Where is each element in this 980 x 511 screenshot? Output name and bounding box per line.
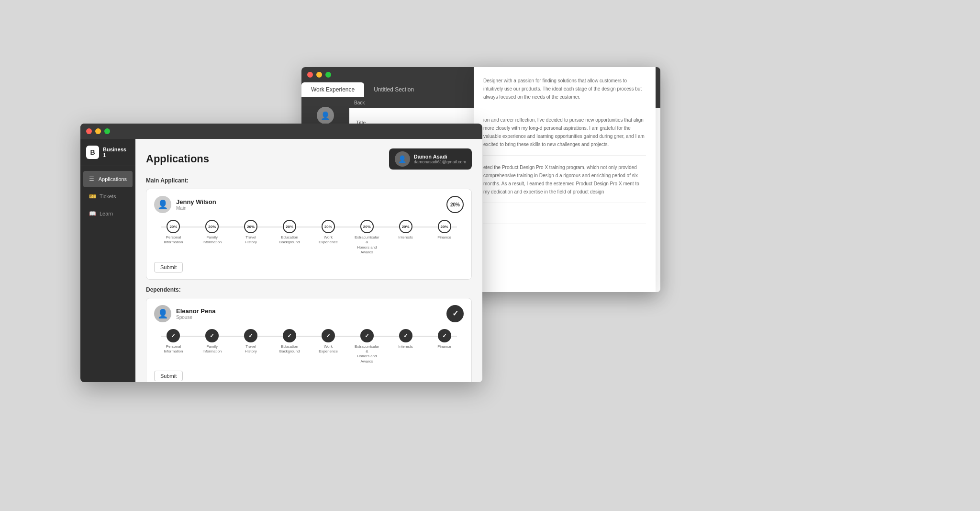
jenny-avatar: 👤 [154,196,171,213]
main-tl-red[interactable] [86,128,92,134]
sidebar-brand: B Business 1 [80,139,135,166]
step-travel-eleanor[interactable]: TravelHistory [232,329,270,354]
applicant-card-eleanor: 👤 Eleanor Pena Spouse ✓ PersonalInformat… [146,298,472,382]
learn-icon: 📖 [89,210,96,217]
step-circle-extra-eleanor [360,329,374,342]
tab-untitled[interactable]: Untitled Section [364,82,423,97]
step-circle-finance-jenny: 20% [438,220,451,233]
bg-doc-section-1: Designer with a passion for finding solu… [483,77,646,108]
step-circle-interests-jenny: 20% [399,220,412,233]
brand-icon: B [86,146,99,159]
step-label-personal-jenny: PersonalInformation [164,235,183,245]
step-personal-jenny[interactable]: 20% PersonalInformation [154,220,193,245]
step-label-finance-jenny: Finance [437,235,451,240]
user-badge: 👤 Damon Asadi damonasadi61@gmail.com [389,148,472,170]
user-avatar: 👤 [395,151,410,167]
step-label-work-eleanor: WorkExperience [319,344,338,354]
main-applicant-label: Main Applicant: [146,177,472,184]
step-circle-travel-jenny: 20% [244,220,257,233]
bg-doc-text-2: ion and career reflection, I've decided … [483,116,646,148]
content-inner: Applications 👤 Damon Asadi damonasadi61@… [135,139,482,382]
tl-green[interactable] [325,72,331,78]
step-extra-jenny[interactable]: 20% Extracurricular &Honors and Awards [347,220,386,255]
step-circle-personal-eleanor [167,329,180,342]
sidebar-label-applications: Applications [99,176,127,182]
bg-doc-text-1: Designer with a passion for finding solu… [483,77,646,101]
sidebar-item-applications[interactable]: ☰ Applications [83,171,133,187]
sidebar-item-learn[interactable]: 📖 Learn [83,205,133,222]
step-label-travel-eleanor: TravelHistory [245,344,257,354]
jenny-name: Jenny Wilson [176,198,216,205]
eleanor-badge: ✓ [446,305,464,322]
step-education-jenny[interactable]: 20% EducationBackground [270,220,309,245]
tab-work-experience[interactable]: Work Experience [301,82,364,97]
bg-doc-content: Designer with a passion for finding solu… [474,67,656,234]
submit-button-jenny[interactable]: Submit [154,262,183,273]
main-titlebar [80,124,482,139]
step-personal-eleanor[interactable]: PersonalInformation [154,329,193,354]
bg-doc-input-line [483,211,646,224]
step-label-education-eleanor: EducationBackground [279,344,300,354]
sidebar-label-tickets: Tickets [100,193,116,199]
step-label-finance-eleanor: Finance [437,344,451,349]
applications-icon: ☰ [89,176,95,182]
jenny-card-header: 👤 Jenny Wilson Main 20% [154,196,464,213]
step-label-extra-eleanor: Extracurricular &Honors and Awards [354,344,380,364]
dependents-label: Dependents: [146,286,472,293]
step-extra-eleanor[interactable]: Extracurricular &Honors and Awards [347,329,386,364]
submit-button-eleanor[interactable]: Submit [154,371,183,381]
step-finance-jenny[interactable]: 20% Finance [425,220,464,240]
step-interests-eleanor[interactable]: Interests [386,329,425,349]
step-circle-education-jenny: 20% [283,220,296,233]
step-work-jenny[interactable]: 20% WorkExperience [309,220,348,245]
step-label-interests-jenny: Interests [398,235,413,240]
step-travel-jenny[interactable]: 20% TravelHistory [232,220,270,245]
step-label-family-eleanor: FamilyInformation [202,344,222,354]
main-tl-green[interactable] [104,128,110,134]
jenny-steps: 20% PersonalInformation 20% FamilyInform… [154,220,464,255]
bg-doc-panel: Designer with a passion for finding solu… [474,67,656,292]
step-interests-jenny[interactable]: 20% Interests [386,220,425,240]
eleanor-avatar: 👤 [154,305,171,322]
step-circle-family-eleanor [205,329,219,342]
step-work-eleanor[interactable]: WorkExperience [309,329,348,354]
eleanor-role: Spouse [176,315,215,320]
eleanor-name: Eleanor Pena [176,307,215,315]
tl-red[interactable] [307,72,313,78]
step-circle-education-eleanor [283,329,296,342]
eleanor-info: Eleanor Pena Spouse [176,307,215,320]
step-circle-personal-jenny: 20% [167,220,180,233]
bg-doc-section-2: ion and career reflection, I've decided … [483,116,646,156]
bg-doc-text-3: eted the Product Design Pro X training p… [483,163,646,196]
sidebar-label-learn: Learn [100,211,113,216]
step-circle-extra-jenny: 20% [360,220,374,233]
main-content: Applications 👤 Damon Asadi damonasadi61@… [135,124,482,382]
user-name: Damon Asadi [414,154,466,159]
brand-name: Business 1 [103,147,130,158]
bg-doc-section-3: eted the Product Design Pro X training p… [483,163,646,203]
eleanor-card-header: 👤 Eleanor Pena Spouse ✓ [154,305,464,322]
step-circle-family-jenny: 20% [205,220,219,233]
sidebar-item-tickets[interactable]: 🎫 Tickets [83,188,133,204]
tl-yellow[interactable] [316,72,322,78]
step-finance-eleanor[interactable]: Finance [425,329,464,349]
step-family-eleanor[interactable]: FamilyInformation [193,329,232,354]
jenny-user: 👤 Jenny Wilson Main [154,196,216,213]
main-window: B Business 1 ☰ Applications 🎫 Tickets 📖 … [80,124,482,382]
step-family-jenny[interactable]: 20% FamilyInformation [193,220,232,245]
step-circle-finance-eleanor [438,329,451,342]
main-tl-yellow[interactable] [95,128,101,134]
jenny-badge: 20% [446,196,464,213]
step-label-travel-jenny: TravelHistory [245,235,257,245]
step-circle-work-jenny: 20% [322,220,335,233]
user-info: Damon Asadi damonasadi61@gmail.com [414,154,466,164]
jenny-role: Main [176,205,216,211]
sidebar-nav: ☰ Applications 🎫 Tickets 📖 Learn [80,166,135,382]
step-label-interests-eleanor: Interests [398,344,413,349]
step-circle-work-eleanor [322,329,335,342]
eleanor-user: 👤 Eleanor Pena Spouse [154,305,215,322]
eleanor-steps: PersonalInformation FamilyInformation Tr… [154,329,464,364]
content-header: Applications 👤 Damon Asadi damonasadi61@… [146,148,472,170]
step-label-extra-jenny: Extracurricular &Honors and Awards [354,235,380,255]
step-education-eleanor[interactable]: EducationBackground [270,329,309,354]
